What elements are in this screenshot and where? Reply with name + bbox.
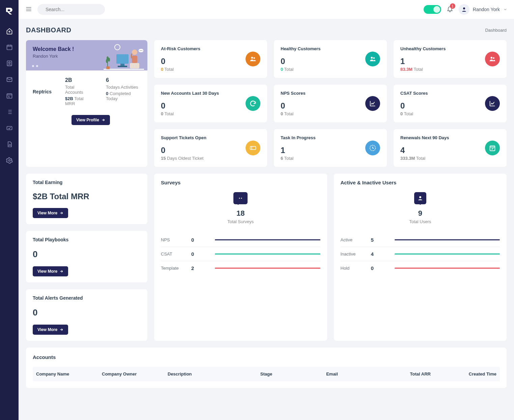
arrow-right-icon xyxy=(59,328,63,332)
user-avatar-icon xyxy=(459,4,469,15)
accounts-header-cell[interactable]: Company Name xyxy=(36,371,102,377)
svg-point-19 xyxy=(141,50,141,51)
stat-title: Task In Progress xyxy=(281,135,316,140)
svg-point-25 xyxy=(251,57,253,59)
summary-row: NPS 0 xyxy=(161,233,320,247)
surveys-card: Surveys 18 Total Surveys NPS 0 CSAT 0 Te… xyxy=(154,174,327,341)
view-profile-button[interactable]: View Profile xyxy=(72,115,110,125)
accounts-header-cell[interactable]: Stage xyxy=(233,371,299,377)
stat-sub: 0 Total xyxy=(400,111,428,116)
welcome-section-label: Reptrics xyxy=(33,89,52,94)
welcome-accounts-stat: 2B Total Accounts $2B Total MRR xyxy=(65,77,92,106)
welcome-activities-stat: 6 Todays Activities 0 Completed Today xyxy=(106,77,141,106)
nav-schedule[interactable] xyxy=(3,89,16,102)
nav-inbox-check[interactable] xyxy=(3,121,16,135)
accounts-header-cell[interactable]: Total ARR xyxy=(365,371,431,377)
stat-value: 0 xyxy=(400,101,428,111)
accounts-header-cell[interactable]: Email xyxy=(299,371,365,377)
svg-point-35 xyxy=(241,198,242,199)
earning-view-more-button[interactable]: View More xyxy=(33,208,68,218)
stat-value: 4 xyxy=(400,146,449,155)
earning-title: Total Earning xyxy=(33,180,141,185)
nav-list[interactable] xyxy=(3,105,16,119)
summary-row: Hold 0 xyxy=(341,261,500,275)
chart-icon xyxy=(365,96,380,111)
stat-sub: 83.3M Total xyxy=(400,67,446,72)
svg-point-20 xyxy=(142,50,142,51)
welcome-illustration xyxy=(104,47,144,70)
users-icon xyxy=(246,52,260,66)
stat-card-csat-scores: CSAT Scores 0 0 Total xyxy=(394,85,507,122)
svg-point-30 xyxy=(493,57,494,59)
svg-rect-24 xyxy=(106,66,110,69)
row-value: 2 xyxy=(191,265,215,271)
chat-icon xyxy=(233,192,248,204)
stat-value: 0 xyxy=(161,101,219,111)
row-value: 5 xyxy=(371,237,395,243)
svg-rect-1 xyxy=(7,45,12,50)
user-pin-icon xyxy=(414,192,426,204)
stat-title: CSAT Scores xyxy=(400,91,428,96)
nav-calendar[interactable] xyxy=(3,40,16,54)
alerts-title: Total Alerts Generated xyxy=(33,295,141,301)
row-label: NPS xyxy=(161,237,191,242)
svg-point-27 xyxy=(371,57,373,59)
row-label: CSAT xyxy=(161,251,191,257)
nav-contacts[interactable] xyxy=(3,57,16,70)
menu-toggle-button[interactable] xyxy=(25,6,32,13)
row-bar xyxy=(215,268,320,269)
row-bar xyxy=(215,253,320,254)
stat-sub: 333.3M Total xyxy=(400,156,449,161)
user-name-label: Randon York xyxy=(473,7,500,12)
row-bar xyxy=(395,253,500,254)
accounts-header-cell[interactable]: Description xyxy=(168,371,233,377)
refresh-icon xyxy=(246,96,260,111)
row-bar xyxy=(215,239,320,240)
notification-badge: 1 xyxy=(450,3,455,9)
alerts-view-more-button[interactable]: View More xyxy=(33,325,68,335)
stat-value: 0 xyxy=(281,101,306,111)
nav-settings[interactable] xyxy=(3,154,16,167)
svg-point-9 xyxy=(463,7,465,9)
accounts-title: Accounts xyxy=(33,354,500,360)
nav-mail[interactable] xyxy=(3,73,16,86)
accounts-header-cell[interactable]: Created Time xyxy=(431,371,496,377)
user-menu[interactable]: Randon York xyxy=(459,4,507,15)
stat-value: 0 xyxy=(161,57,200,66)
row-label: Template xyxy=(161,266,191,271)
users-icon xyxy=(365,52,380,66)
playbooks-view-more-button[interactable]: View More xyxy=(33,266,68,276)
accounts-card: Accounts Company NameCompany OwnerDescri… xyxy=(26,348,507,388)
alerts-amount: 0 xyxy=(33,307,141,318)
stat-sub: 6 Total xyxy=(281,156,316,161)
playbooks-title: Total Playbooks xyxy=(33,237,141,242)
nav-reports[interactable] xyxy=(3,138,16,151)
stat-card-at-risk-customers: At-Risk Customers 0 0 Total xyxy=(154,40,267,78)
stat-card-healthy-customers: Healthy Customers 0 0 Total xyxy=(274,40,387,78)
accounts-header-cell[interactable]: Company Owner xyxy=(102,371,168,377)
notifications-button[interactable]: 1 xyxy=(447,5,453,13)
earning-amount: $2B Total MRR xyxy=(33,192,141,201)
svg-point-26 xyxy=(253,57,255,59)
svg-rect-15 xyxy=(132,56,137,63)
theme-toggle[interactable] xyxy=(424,5,441,14)
stat-value: 1 xyxy=(281,146,316,155)
svg-rect-6 xyxy=(7,126,12,130)
row-value: 0 xyxy=(371,265,395,271)
stat-sub: 15 Days Oldest Ticket xyxy=(161,156,206,161)
stat-title: Unhealthy Customers xyxy=(400,46,446,51)
users-title: Active & Inactive Users xyxy=(341,180,500,185)
page-title: DASHBOARD xyxy=(26,26,72,34)
svg-rect-5 xyxy=(7,94,12,98)
breadcrumb[interactable]: Dashboard xyxy=(485,28,507,33)
stat-sub: 0 Total xyxy=(161,67,200,72)
search-wrap[interactable] xyxy=(37,4,105,15)
svg-point-36 xyxy=(419,196,421,198)
svg-rect-16 xyxy=(130,63,139,68)
nav-home[interactable] xyxy=(3,24,16,38)
stat-value: 0 xyxy=(161,146,206,155)
search-input[interactable] xyxy=(46,7,105,12)
topbar: 1 Randon York xyxy=(19,0,514,19)
stat-card-nps-scores: NPS Scores 0 0 Total xyxy=(274,85,387,122)
svg-point-7 xyxy=(8,160,10,161)
